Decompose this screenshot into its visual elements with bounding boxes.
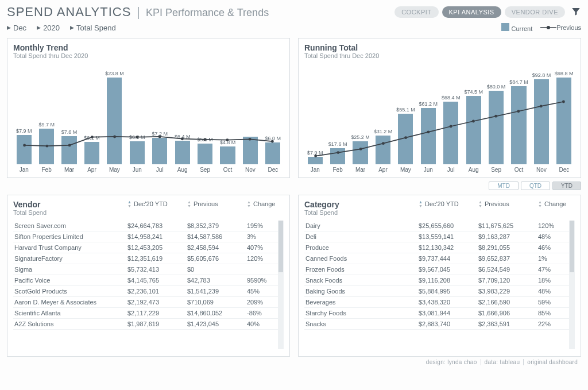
bar-col: $7.6 MMar: [59, 71, 80, 173]
metric-selector[interactable]: ▶Total Spend: [70, 24, 116, 32]
running-total-title: Running Total: [304, 43, 575, 52]
vendor-scrollbar[interactable]: [278, 221, 284, 349]
category-table-title: Category: [304, 200, 339, 209]
table-row[interactable]: Beverages$3,438,320$2,166,59059%: [304, 297, 575, 308]
bar-col: $4.8 MOct: [217, 71, 238, 173]
legend-current: Current: [501, 23, 532, 32]
bar-col: Nov: [239, 71, 261, 173]
tab-vendor-dive[interactable]: VENDOR DIVE: [505, 6, 565, 18]
running-total-chart: $7.9 MJan$17.6 MFeb$25.2 MMar$31.2 MApr$…: [304, 61, 575, 173]
period-ytd[interactable]: YTD: [552, 182, 581, 190]
tab-kpi-analysis[interactable]: KPI ANALYSIS: [442, 6, 501, 18]
vendor-col-ytd[interactable]: ▲▼Dec'20 YTD: [124, 200, 184, 208]
bar-col: $9.7 MFeb: [36, 71, 57, 173]
svg-point-0: [547, 26, 550, 29]
category-col-prev[interactable]: ▲▼Previous: [475, 200, 535, 208]
category-table-body: Dairy$25,655,660$11,675,625120%Deli$13,5…: [304, 221, 575, 349]
table-row[interactable]: Harvard Trust Company$12,453,205$2,458,5…: [13, 242, 284, 253]
table-row[interactable]: Dairy$25,655,660$11,675,625120%: [304, 221, 575, 231]
table-row[interactable]: A2Z Solutions$1,987,619$1,423,04540%: [13, 319, 284, 330]
bar-col: $17.6 MFeb: [327, 71, 348, 173]
bar-col: $6.0 MDec: [262, 71, 284, 173]
category-table-subtitle: Total Spend: [304, 209, 339, 216]
vendor-col-change[interactable]: ▲▼Change: [243, 200, 284, 208]
table-row[interactable]: ScotGold Products$2,236,101$1,541,23945%: [13, 286, 284, 297]
bar-col: $23.8 MMay: [104, 71, 125, 173]
bar-col: $31.2 MApr: [372, 71, 393, 173]
vendor-table-body: Screen Saver.com$24,664,783$8,352,379195…: [13, 221, 284, 349]
vendor-table-subtitle: Total Spend: [13, 209, 47, 216]
monthly-trend-panel: Monthly Trend Total Spend thru Dec 2020 …: [7, 38, 290, 178]
vendor-panel: Vendor Total Spend ▲▼Dec'20 YTD ▲▼Previo…: [7, 195, 290, 357]
table-row[interactable]: Snack Foods$9,116,208$7,709,12018%: [304, 275, 575, 286]
table-row[interactable]: Baking Goods$5,884,995$3,983,22948%: [304, 286, 575, 297]
title-divider: |: [137, 5, 140, 20]
table-row[interactable]: Scientific Atlanta$2,117,229$14,860,052-…: [13, 308, 284, 319]
table-row[interactable]: Canned Foods$9,737,444$9,652,8371%: [304, 253, 575, 264]
category-scrollbar[interactable]: [569, 221, 575, 349]
table-row[interactable]: Frozen Foods$9,567,045$6,524,54947%: [304, 264, 575, 275]
bar-col: $6.2 MJun: [126, 71, 148, 173]
bar-col: $6.4 MAug: [172, 71, 193, 173]
bar-col: $7.2 MJul: [149, 71, 171, 173]
month-selector[interactable]: ▶Dec: [7, 24, 26, 32]
year-value: 2020: [43, 24, 60, 32]
period-qtd[interactable]: QTD: [521, 182, 550, 190]
category-panel: Category Total Spend ▲▼Dec'20 YTD ▲▼Prev…: [298, 195, 581, 357]
footer: design: lynda chaodata: tableauoriginal …: [7, 359, 581, 365]
filter-icon[interactable]: [571, 6, 581, 18]
bar-col: $98.8 MDec: [554, 71, 575, 173]
monthly-trend-title: Monthly Trend: [13, 43, 284, 52]
table-row[interactable]: Produce$12,130,342$8,291,05546%: [304, 242, 575, 253]
monthly-trend-subtitle: Total Spend thru Dec 2020: [13, 52, 284, 59]
table-row[interactable]: Sifton Properties Limited$14,958,241$14,…: [13, 231, 284, 242]
year-selector[interactable]: ▶2020: [37, 24, 60, 32]
month-value: Dec: [13, 24, 26, 32]
page-subtitle: KPI Performance & Trends: [146, 7, 269, 19]
bar-col: $55.1 MMay: [395, 71, 416, 173]
table-row[interactable]: Sigma$5,732,413$0: [13, 264, 284, 275]
table-row[interactable]: Aaron D. Meyer & Associates$2,192,473$71…: [13, 297, 284, 308]
vendor-col-prev[interactable]: ▲▼Previous: [184, 200, 243, 208]
bar-col: $74.5 MAug: [463, 71, 484, 173]
page-title: SPEND ANALYTICS: [7, 5, 131, 20]
tab-cockpit[interactable]: COCKPIT: [394, 6, 438, 18]
bar-col: $61.2 MJun: [417, 71, 439, 173]
running-total-panel: Running Total Total Spend thru Dec 2020 …: [298, 38, 581, 178]
bar-col: $80.0 MSep: [485, 71, 506, 173]
table-row[interactable]: Pacific Voice$4,145,765$42,7839590%: [13, 275, 284, 286]
table-row[interactable]: Screen Saver.com$24,664,783$8,352,379195…: [13, 221, 284, 231]
running-total-subtitle: Total Spend thru Dec 2020: [304, 52, 575, 59]
monthly-trend-chart: $7.9 MJan$9.7 MFeb$7.6 MMar$6.1 MApr$23.…: [13, 61, 284, 173]
bar-col: $5.6 MSep: [194, 71, 215, 173]
bar-col: $7.9 MJan: [304, 71, 326, 173]
legend-previous: Previous: [540, 24, 581, 31]
bar-col: $84.7 MOct: [508, 71, 529, 173]
table-row[interactable]: Starchy Foods$3,081,944$1,666,90685%: [304, 308, 575, 319]
bar-col: $92.8 MNov: [531, 71, 552, 173]
bar-col: $7.9 MJan: [13, 71, 34, 173]
metric-value: Total Spend: [76, 24, 116, 32]
table-row[interactable]: SignatureFactory$12,351,619$5,605,676120…: [13, 253, 284, 264]
category-col-change[interactable]: ▲▼Change: [535, 200, 575, 208]
vendor-table-title: Vendor: [13, 200, 47, 209]
bar-col: $6.1 MApr: [81, 71, 102, 173]
table-row[interactable]: Snacks$2,883,740$2,363,59122%: [304, 319, 575, 330]
category-col-ytd[interactable]: ▲▼Dec'20 YTD: [415, 200, 475, 208]
table-row[interactable]: Deli$13,559,141$9,163,28748%: [304, 231, 575, 242]
period-mtd[interactable]: MTD: [489, 182, 519, 190]
bar-col: $25.2 MMar: [350, 71, 371, 173]
bar-col: $68.4 MJul: [440, 71, 462, 173]
